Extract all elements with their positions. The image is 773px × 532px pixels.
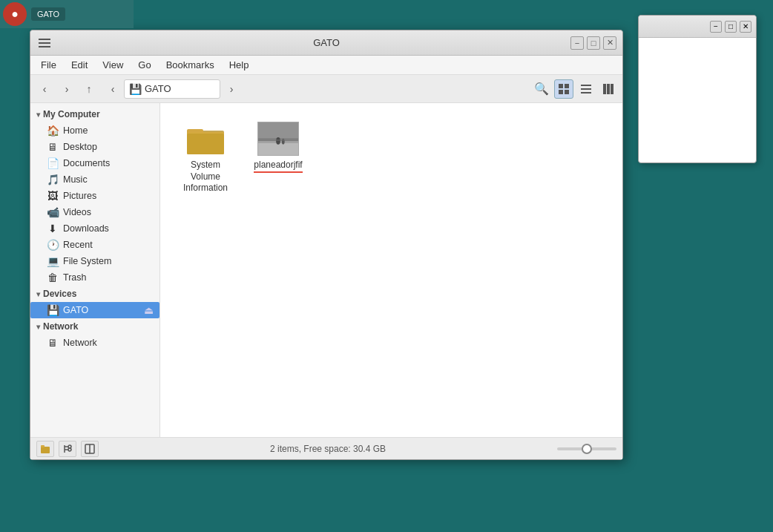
file-name-system-volume: System VolumeInformation <box>175 160 236 194</box>
hamburger-button[interactable] <box>36 34 54 52</box>
toolbar: ‹ › ↑ ‹ 💾 GATO › 🔍 <box>30 75 622 103</box>
network-arrow: ▾ <box>36 323 40 331</box>
statusbar-btn-split[interactable] <box>81 441 99 457</box>
svg-rect-4 <box>581 85 591 86</box>
address-back-button[interactable]: ‹ <box>103 79 122 99</box>
menu-edit[interactable]: Edit <box>64 57 95 73</box>
sidebar-item-label: Downloads <box>63 223 109 234</box>
taskbar: ● GATO <box>0 0 134 28</box>
sidebar-item-label: Desktop <box>63 142 97 152</box>
sidebar-item-network[interactable]: 🖥 Network <box>30 335 159 351</box>
sidebar: ▾ My Computer 🏠 Home 🖥 Desktop 📄 Documen… <box>30 103 160 437</box>
sidebar-item-label: Home <box>63 125 88 136</box>
sidebar-item-downloads[interactable]: ⬇ Downloads <box>30 220 159 237</box>
sidebar-item-videos[interactable]: 📹 Videos <box>30 204 159 220</box>
folder-icon-system-volume <box>185 121 226 157</box>
address-forward-button[interactable]: › <box>222 79 241 99</box>
close-button[interactable]: ✕ <box>603 36 616 50</box>
zoom-control[interactable] <box>557 447 616 450</box>
view-list-button[interactable] <box>576 79 596 99</box>
image-icon-planeador <box>257 121 299 157</box>
menu-go[interactable]: Go <box>131 57 158 73</box>
statusbar-btn-tree[interactable] <box>59 441 76 457</box>
svg-rect-7 <box>603 84 606 94</box>
sidebar-item-recent[interactable]: 🕐 Recent <box>30 237 159 253</box>
zoom-thumb[interactable] <box>582 444 592 454</box>
menu-file[interactable]: File <box>33 57 64 73</box>
filesystem-icon: 💻 <box>47 255 59 267</box>
minimize-button[interactable]: − <box>570 36 584 50</box>
svg-rect-6 <box>581 92 591 93</box>
view-grid-button[interactable] <box>554 79 573 99</box>
back-button[interactable]: ‹ <box>35 79 54 99</box>
sidebar-item-filesystem[interactable]: 💻 File System <box>30 253 159 269</box>
network-section-label: Network <box>43 321 78 332</box>
titlebar-controls: − □ ✕ <box>570 36 616 50</box>
taskbar-item-gato[interactable]: GATO <box>31 7 65 21</box>
svg-rect-0 <box>559 84 563 88</box>
image-thumbnail <box>257 122 299 156</box>
statusbar: 2 items, Free space: 30.4 GB <box>30 437 622 459</box>
address-bar-text: GATO <box>145 83 171 94</box>
view-columns-button[interactable] <box>599 79 618 99</box>
sidebar-item-desktop[interactable]: 🖥 Desktop <box>30 139 159 155</box>
sidebar-item-label: Documents <box>63 158 110 168</box>
menu-help[interactable]: Help <box>222 57 257 73</box>
menu-view[interactable]: View <box>95 57 131 73</box>
menu-bookmarks[interactable]: Bookmarks <box>159 57 222 73</box>
svg-rect-2 <box>559 90 563 94</box>
sidebar-item-home[interactable]: 🏠 Home <box>30 122 159 139</box>
file-item-system-volume[interactable]: System VolumeInformation <box>172 115 239 200</box>
svg-rect-22 <box>258 122 298 155</box>
my-computer-arrow: ▾ <box>36 111 40 119</box>
forward-button[interactable]: › <box>57 79 76 99</box>
sidebar-item-label: Pictures <box>63 191 96 201</box>
file-manager-window: GATO − □ ✕ File Edit View Go Bookmarks H… <box>30 30 623 460</box>
gato-drive-icon: 💾 <box>47 304 59 316</box>
toolbar-right: 🔍 <box>532 79 618 99</box>
svg-rect-23 <box>41 447 50 453</box>
app-launcher-icon[interactable]: ● <box>3 2 27 26</box>
videos-icon: 📹 <box>47 206 59 218</box>
content-area: ▾ My Computer 🏠 Home 🖥 Desktop 📄 Documen… <box>30 103 622 437</box>
my-computer-label: My Computer <box>43 109 100 119</box>
zoom-slider[interactable] <box>557 447 616 450</box>
downloads-icon: ⬇ <box>47 223 59 234</box>
secondary-maximize[interactable]: □ <box>725 21 737 33</box>
menubar: File Edit View Go Bookmarks Help <box>30 56 622 75</box>
svg-point-29 <box>68 448 71 451</box>
devices-label: Devices <box>43 289 76 299</box>
sidebar-item-music[interactable]: 🎵 Music <box>30 171 159 188</box>
sidebar-item-gato[interactable]: 💾 GATO ⏏ <box>30 302 159 318</box>
titlebar-left <box>36 34 54 52</box>
secondary-close[interactable]: ✕ <box>740 21 751 33</box>
address-bar[interactable]: 💾 GATO <box>124 79 220 99</box>
sidebar-item-trash[interactable]: 🗑 Trash <box>30 269 159 286</box>
sidebar-item-documents[interactable]: 📄 Documents <box>30 155 159 171</box>
svg-rect-8 <box>607 84 610 94</box>
svg-rect-3 <box>565 90 569 94</box>
search-button[interactable]: 🔍 <box>532 79 551 99</box>
secondary-titlebar: − □ ✕ <box>639 16 756 38</box>
recent-icon: 🕐 <box>47 239 59 251</box>
sidebar-item-label: Trash <box>63 272 87 283</box>
maximize-button[interactable]: □ <box>587 36 600 50</box>
sidebar-section-my-computer[interactable]: ▾ My Computer <box>30 106 159 122</box>
file-item-planeador[interactable]: planeadorjfif <box>245 115 312 200</box>
network-icon: 🖥 <box>47 337 59 349</box>
sidebar-item-label: GATO <box>63 305 88 315</box>
pictures-icon: 🖼 <box>47 190 59 202</box>
sidebar-item-label: Music <box>63 174 88 185</box>
up-button[interactable]: ↑ <box>79 79 99 99</box>
sidebar-section-network[interactable]: ▾ Network <box>30 318 159 335</box>
sidebar-section-devices[interactable]: ▾ Devices <box>30 286 159 302</box>
secondary-minimize[interactable]: − <box>710 21 722 33</box>
sidebar-item-label: Videos <box>63 207 91 217</box>
sidebar-item-pictures[interactable]: 🖼 Pictures <box>30 188 159 204</box>
svg-rect-5 <box>581 88 591 90</box>
svg-rect-24 <box>41 445 45 447</box>
statusbar-btn-folders[interactable] <box>36 441 54 457</box>
desktop-icon: 🖥 <box>47 141 59 153</box>
music-icon: 🎵 <box>47 174 59 185</box>
eject-button[interactable]: ⏏ <box>144 304 154 316</box>
